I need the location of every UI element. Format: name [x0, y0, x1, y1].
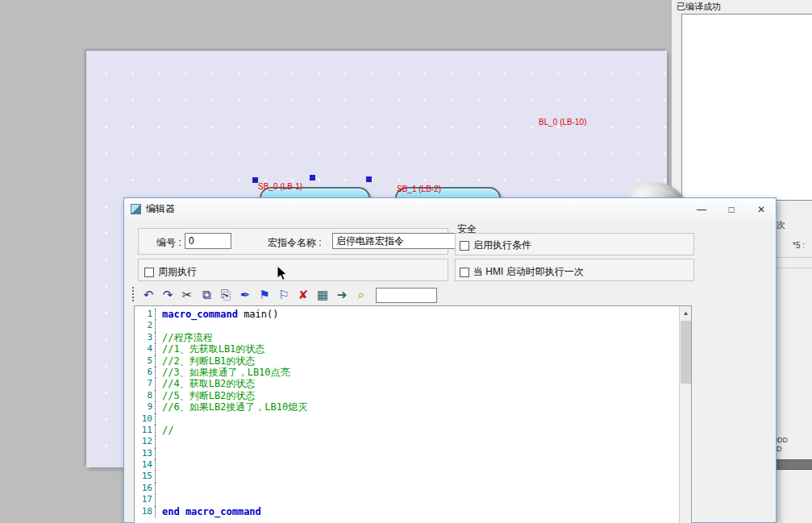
toolbar-icons: ↶↷✂⧉⎘✒⚑⚐✘▦➔⌕ [139, 286, 371, 304]
mouse-cursor-icon [277, 266, 288, 284]
code-line: 3//程序流程 [135, 332, 667, 343]
code-line: 15 [135, 471, 667, 482]
macro-id-input[interactable] [185, 233, 231, 249]
code-line: 11// [135, 425, 667, 436]
compile-icon[interactable]: ▦ [313, 286, 332, 304]
divider [775, 268, 812, 268]
find-input[interactable] [376, 288, 437, 303]
macro-editor-window: 编辑器 — □ ✕ 编号 : 宏指令名称 : 安全 启用执行条件 周期执行 [123, 197, 777, 523]
macro-code-editor[interactable]: 1macro_command main()23//程序流程4//1、先获取LB1… [134, 305, 692, 523]
code-line: 6//3、如果接通了，LB10点亮 [135, 367, 667, 378]
macro-name-label: 宏指令名称 : [268, 236, 322, 250]
find-icon[interactable]: ⌕ [352, 286, 371, 304]
scrollbar-thumb[interactable] [681, 321, 691, 384]
editor-toolbar: ↶↷✂⧉⎘✒⚑⚐✘▦➔⌕ [132, 284, 689, 305]
toolbar-grip[interactable] [132, 287, 134, 303]
close-button[interactable]: ✕ [747, 198, 776, 220]
code-scrollbar[interactable]: ▲ [679, 306, 691, 523]
compile-status-label: 已编译成功 [677, 1, 721, 13]
code-line: 14 [135, 459, 667, 471]
run-once-checkbox[interactable] [460, 268, 469, 277]
code-line: 4//1、先获取LB1的状态 [135, 343, 667, 355]
clear-bookmark-icon[interactable]: ✘ [294, 286, 313, 304]
code-line: 10 [135, 413, 667, 425]
partial-text-right-top: 次 [777, 219, 785, 231]
editor-window-icon [131, 204, 141, 214]
paste-icon[interactable]: ⎘ [216, 286, 235, 304]
code-line: 13 [135, 448, 667, 459]
code-line: 18end macro_command [135, 506, 667, 517]
cut-icon[interactable]: ✂ [177, 286, 197, 304]
code-lines: 1macro_command main()23//程序流程4//1、先获取LB1… [135, 309, 667, 517]
code-line: 8//5、判断LB2的状态 [135, 390, 667, 401]
periodic-label: 周期执行 [158, 265, 197, 279]
next-bookmark-icon[interactable]: ⚑ [255, 286, 274, 304]
editor-window-title: 编辑器 [146, 202, 175, 216]
code-line: 12 [135, 436, 667, 447]
code-line: 1macro_command main() [135, 309, 667, 320]
enable-condition-label: 启用执行条件 [473, 239, 531, 252]
lamp-address-tag: BL_0 (LB-10) [539, 118, 586, 127]
undo-icon[interactable]: ↶ [139, 286, 158, 304]
periodic-group: 周期执行 [138, 259, 448, 281]
prev-bookmark-icon[interactable]: ⚐ [274, 286, 294, 304]
partial-text-right-mid: *5 : [793, 241, 805, 250]
redo-icon[interactable]: ↷ [158, 286, 177, 304]
run-once-label: 当 HMI 启动时即执行一次 [473, 265, 584, 279]
code-line: 2 [135, 320, 667, 331]
run-once-group: 当 HMI 启动时即执行一次 [455, 259, 694, 281]
macro-id-label: 编号 : [156, 236, 181, 250]
run-once-checkbox-row[interactable]: 当 HMI 启动时即执行一次 [460, 265, 584, 279]
compile-message-box [681, 14, 812, 201]
selection-handle[interactable] [310, 175, 315, 181]
run-icon[interactable]: ➔ [332, 286, 352, 304]
divider [775, 257, 812, 258]
screen: 已编译成功 次 *5 : 用 [DDDD ata, GetD 启动按钮 SB_0… [0, 0, 812, 523]
code-line: 9//6、如果LB2接通了，LB10熄灭 [135, 401, 667, 413]
enable-condition-checkbox-row[interactable]: 启用执行条件 [460, 239, 531, 252]
toggle-bookmark-icon[interactable]: ✒ [235, 286, 255, 304]
copy-icon[interactable]: ⧉ [197, 286, 216, 304]
periodic-checkbox[interactable] [144, 268, 154, 277]
enable-condition-checkbox[interactable] [460, 241, 469, 251]
security-group: 启用执行条件 [455, 233, 694, 255]
scroll-up-arrow-icon[interactable]: ▲ [680, 306, 692, 319]
minimize-button[interactable]: — [687, 198, 716, 220]
maximize-button[interactable]: □ [717, 198, 746, 220]
code-line: 17 [135, 494, 667, 505]
selection-handle[interactable] [252, 177, 258, 183]
macro-name-input[interactable] [332, 233, 468, 249]
selection-handle[interactable] [366, 176, 372, 182]
stop-button-address-tag: SB_1 (LB-2) [397, 185, 441, 193]
start-button-address-tag: SB_0 (LB-1) [258, 182, 302, 191]
macro-id-name-group: 编号 : 宏指令名称 : [138, 228, 448, 255]
code-line: 16 [135, 483, 667, 494]
code-line: 7//4、获取LB2的状态 [135, 378, 667, 389]
editor-title-bar[interactable]: 编辑器 [124, 198, 776, 220]
code-line: 5//2、判断LB1的状态 [135, 355, 667, 367]
periodic-checkbox-row[interactable]: 周期执行 [144, 265, 197, 279]
